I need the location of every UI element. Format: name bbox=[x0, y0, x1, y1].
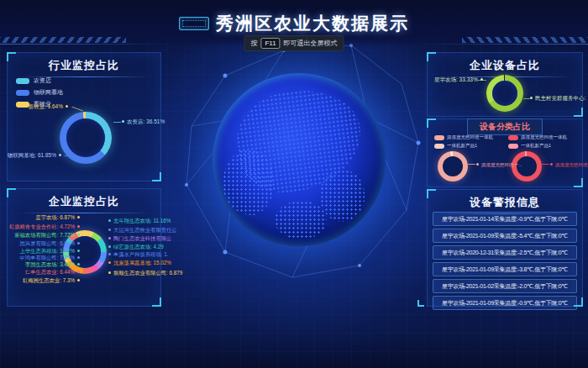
chart-label: 家福农场有限公司: 7.72% bbox=[14, 232, 80, 239]
chart-label: 农资店: 36.51% bbox=[122, 118, 165, 125]
legend-label: 一体机新产品1 bbox=[447, 143, 477, 149]
panel-title: 企业设备占比 bbox=[428, 58, 582, 73]
legend-item: 温湿度光照环境一体机 bbox=[508, 134, 567, 140]
page-title: 秀洲区农业大数据展示 bbox=[216, 12, 409, 35]
corner-tick-decoration bbox=[417, 300, 424, 307]
legend-label: 物联网基地 bbox=[34, 88, 63, 97]
header-bar: 秀洲区农业大数据展示 按 F11 即可退出全屏模式 bbox=[0, 0, 588, 47]
equipment-donut-chart bbox=[486, 75, 523, 112]
legend-label: 农资店 bbox=[34, 76, 51, 85]
chart-label: 振顺生态农业有限公司: 6.879 bbox=[108, 270, 182, 276]
device-class-donut-1 bbox=[438, 151, 468, 181]
chart-label: 上华生态养殖场: 1.72% bbox=[20, 248, 80, 255]
chart-label: 李国生态农场: 3.42% bbox=[25, 261, 80, 268]
panel-device-alerts: 设备警报信息 星宇农场-2021-01-14采集温度:-0.9℃,低于下限:0℃… bbox=[427, 189, 583, 307]
legend-item: 物联网基地 bbox=[16, 88, 63, 97]
chart-label: 陶门生态农业科技有限公 bbox=[108, 235, 171, 242]
chart-label: 大运河生态牧业有限责任公 bbox=[108, 227, 177, 234]
chart-label: 星宇农场: 33.33% bbox=[434, 76, 483, 83]
globe-continent-dots bbox=[223, 150, 275, 215]
chart-label: 温湿度光照环境一... bbox=[476, 161, 522, 168]
legend-item: 一体机新产品1 bbox=[434, 143, 493, 149]
chart-label: 红旗粮食专业合作社: 4.72% bbox=[9, 223, 80, 230]
hint-suffix: 即可退出全屏模式 bbox=[284, 39, 338, 48]
globe-continent-dots bbox=[275, 201, 327, 239]
panel-equipment-ratio: 企业设备占比 星宇农场: 33.33% 民主村党群服务中心: bbox=[427, 52, 583, 117]
panel-title: 设备警报信息 bbox=[428, 195, 582, 210]
chart-label: 北斗翔生态农场: 11.16% bbox=[108, 218, 171, 224]
legend-item: 温湿度光照环境一体机 bbox=[434, 134, 493, 140]
device-class-legend-1: 温湿度光照环境一体机 一体机新产品1 bbox=[434, 134, 493, 149]
alert-list: 星宇农场-2021-01-14采集温度:-0.9℃,低于下限:0℃ 星宇农场-2… bbox=[433, 212, 577, 310]
globe-continent-dots bbox=[320, 170, 365, 222]
alert-row: 星宇农场-2021-01-02采集温度:-2.0℃,低于下限:0℃ bbox=[433, 279, 577, 293]
legend-label: 温湿度光照环境一体机 bbox=[521, 134, 567, 140]
chart-label: 星宇农场: 6.87% bbox=[35, 214, 80, 221]
globe-visualization bbox=[213, 73, 386, 246]
panel-industry-monitor: 行业监控占比 农资店 物联网基地 畜牧业 畜牧业: 1.64% 农资店: 36.… bbox=[7, 52, 161, 181]
legend-swatch bbox=[434, 135, 444, 140]
fullscreen-hint: 按 F11 即可退出全屏模式 bbox=[244, 35, 344, 51]
chart-label: 温湿度光照环境一... bbox=[550, 161, 588, 168]
dashboard-root: { "header": { "title": "秀洲区农业大数据展示", "hi… bbox=[0, 0, 588, 368]
legend-label: 一体机新产品1 bbox=[521, 143, 551, 149]
chart-label: 中鸿丰有限公司: 7.29% bbox=[20, 255, 80, 261]
f11-key-badge: F11 bbox=[260, 38, 280, 49]
alert-row: 星宇农场-2020-12-31采集温度:-2.5℃,低于下限:0℃ bbox=[433, 245, 577, 260]
legend-item: 农资店 bbox=[16, 76, 63, 85]
chart-label: 民主村党群服务中心: bbox=[530, 95, 585, 102]
chart-label: 畜牧业: 1.64% bbox=[28, 103, 68, 110]
header-left-line bbox=[0, 44, 176, 45]
chart-label: 红梅园生态农业: 7.3% bbox=[23, 277, 80, 284]
chart-label: 仁丰生态农业: 6.44% bbox=[25, 269, 80, 276]
alert-row: 星宇农场-2021-01-14采集温度:-0.9℃,低于下限:0℃ bbox=[433, 212, 577, 226]
chart-label: 绿艺源生态农场: 4.29 bbox=[108, 244, 164, 250]
legend-swatch bbox=[508, 135, 518, 140]
chart-label: 物联网基地: 61.85% bbox=[8, 152, 61, 159]
alert-row: 星宇农场-2021-01-09采集温度:-5.4℃,低于下限:0℃ bbox=[433, 229, 577, 243]
legend-swatch bbox=[16, 78, 29, 84]
legend-item: 一体机新产品1 bbox=[508, 143, 567, 149]
panel-device-classification: 设备分类占比 温湿度光照环境一体机 一体机新产品1 温湿度光照环境一... 温湿… bbox=[427, 118, 583, 187]
chart-label: 沈泉荡果蔬基地: 15.02% bbox=[108, 260, 171, 266]
header-right-line bbox=[412, 44, 588, 45]
panel-enterprise-monitor: 企业监控占比 星宇农场: 6.87% 红旗粮食专业合作社: 4.72% 家福农场… bbox=[7, 188, 161, 307]
alert-row: 星宇农场-2021-01-09采集温度:-0.9℃,低于下限:0℃ bbox=[433, 296, 577, 310]
legend-label: 温湿度光照环境一体机 bbox=[447, 134, 493, 140]
chart-label: 丰溪水产种质养殖场: 1. bbox=[108, 251, 168, 258]
legend-swatch bbox=[16, 90, 29, 96]
legend-swatch bbox=[508, 144, 518, 149]
panel-title: 设备分类占比 bbox=[467, 118, 543, 135]
brand-logo bbox=[179, 17, 209, 30]
header-left-stripes bbox=[0, 37, 126, 43]
panel-title: 企业监控占比 bbox=[8, 194, 160, 209]
alert-row: 星宇农场-2021-01-09采集温度:-3.8℃,低于下限:0℃ bbox=[433, 262, 577, 276]
legend-swatch bbox=[434, 144, 444, 149]
panel-title: 行业监控占比 bbox=[8, 58, 160, 73]
device-class-legend-2: 温湿度光照环境一体机 一体机新产品1 bbox=[508, 134, 567, 149]
header-right-stripes bbox=[462, 37, 588, 43]
chart-label: 国兴发有限公司: 6.87% bbox=[20, 240, 80, 247]
hint-prefix: 按 bbox=[250, 39, 257, 48]
